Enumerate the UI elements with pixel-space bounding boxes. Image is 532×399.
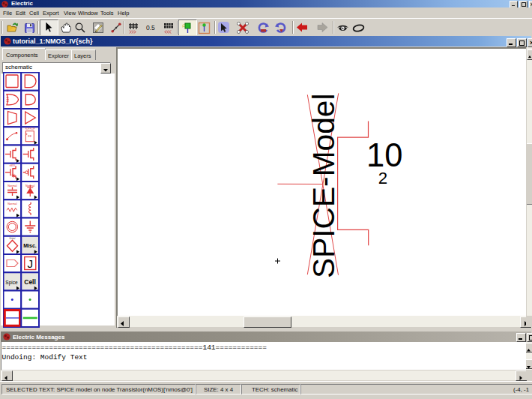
- svg-text:2: 2: [378, 169, 387, 188]
- svg-text:0.5: 0.5: [146, 24, 155, 32]
- svg-text:Spice: Spice: [5, 280, 18, 286]
- svg-text:Cell: Cell: [24, 278, 36, 286]
- svg-text:nMOS: nMOS: [10, 164, 16, 167]
- svg-text:FF: FF: [28, 134, 31, 138]
- svg-text:Normal: Normal: [7, 184, 16, 188]
- svg-text:10: 10: [366, 137, 402, 173]
- svg-text:FLIP FLOP: FLIP FLOP: [25, 128, 35, 130]
- svg-text:SPICE-Model: SPICE-Model: [306, 94, 341, 278]
- svg-text:J: J: [28, 257, 34, 270]
- svg-text:Misc.: Misc.: [23, 243, 37, 248]
- svg-text:Normal: Normal: [7, 202, 16, 206]
